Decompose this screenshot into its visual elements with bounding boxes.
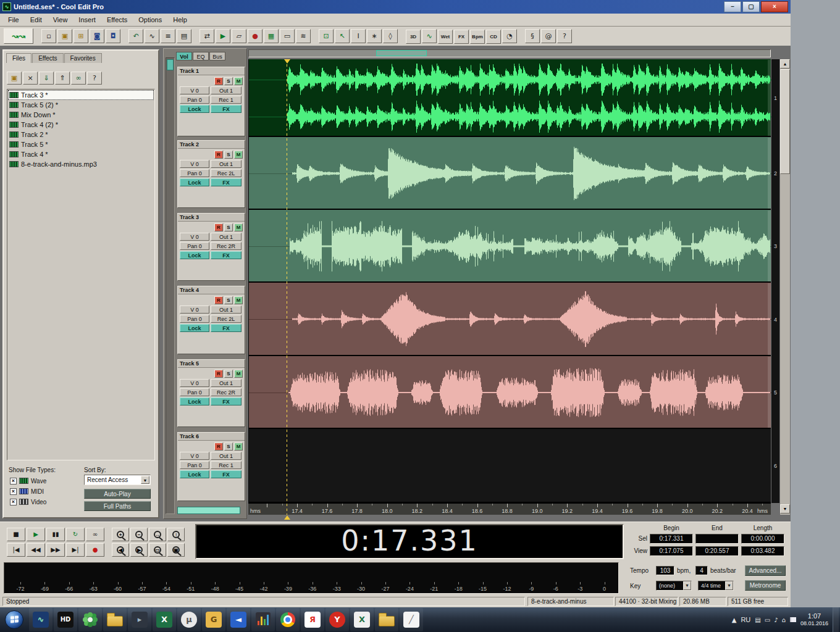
zoom-out-button[interactable]: − xyxy=(130,528,148,541)
lock-button[interactable]: Lock xyxy=(180,470,209,478)
output-button[interactable]: Out 1 xyxy=(211,160,242,168)
sort-select[interactable]: Recent Access▼ xyxy=(84,475,151,485)
start-button[interactable] xyxy=(5,610,23,629)
icq-icon[interactable] xyxy=(78,608,102,631)
track-panel-tab-bus[interactable]: Bus xyxy=(209,52,225,60)
loop-button[interactable]: ∞ xyxy=(86,528,104,541)
lock-button[interactable]: Lock xyxy=(180,178,209,186)
dropdown-arrow-icon[interactable]: ▼ xyxy=(725,581,733,590)
scroll-thumb[interactable] xyxy=(780,69,790,174)
horizontal-zoom-bar[interactable] xyxy=(177,507,240,514)
hybrid-tool-icon[interactable]: ↖ xyxy=(335,29,350,43)
playhead-marker-bottom[interactable] xyxy=(284,515,290,520)
chrome-icon[interactable] xyxy=(276,608,300,631)
yandex-icon[interactable]: Я xyxy=(301,608,324,631)
fx-button[interactable]: FX xyxy=(211,178,242,186)
close-file-icon[interactable]: × xyxy=(23,72,38,85)
menu-file[interactable]: File xyxy=(2,14,25,25)
file-item[interactable]: Track 2 * xyxy=(8,130,154,139)
tray-display-icon[interactable]: ▭ xyxy=(765,617,770,623)
advanced-button[interactable]: Advanced... xyxy=(745,565,786,576)
solo-button[interactable]: S xyxy=(224,370,233,378)
zoom-out-full-button[interactable]: ▣ xyxy=(167,543,185,557)
wet-dry-icon[interactable]: Wet xyxy=(438,30,453,44)
cue-list-icon[interactable]: ▤ xyxy=(177,29,191,43)
track-panel-tab-eq[interactable]: EQ xyxy=(193,52,209,60)
lock-button[interactable]: Lock xyxy=(180,105,209,113)
volume-button[interactable]: V 0 xyxy=(180,452,209,460)
media-player-icon[interactable]: ▸ xyxy=(128,608,151,631)
vertical-scrollbar[interactable]: ▲▼ xyxy=(780,59,790,515)
file-item[interactable]: Track 5 (2) * xyxy=(8,100,154,110)
play-button[interactable]: ▶ xyxy=(27,528,45,541)
edit-waveform-icon[interactable]: ∿ xyxy=(422,29,437,43)
zoom-right-button[interactable]: ▶ xyxy=(130,543,148,557)
lock-button[interactable]: Lock xyxy=(180,251,209,259)
output-button[interactable]: Out 1 xyxy=(211,233,242,241)
lock-button[interactable]: Lock xyxy=(180,397,209,405)
group-clips-icon[interactable]: ⊡ xyxy=(319,29,334,43)
record-button[interactable]: ● xyxy=(86,543,104,557)
close-button[interactable]: × xyxy=(761,1,788,12)
level-meter[interactable]: -72-69-66-63-60-57-54-51-48-45-42-39-36-… xyxy=(4,562,619,594)
filetype-checkbox-video[interactable]: × xyxy=(10,499,17,505)
mixers-window-icon[interactable]: ≡ xyxy=(161,29,175,43)
mute-button[interactable]: M xyxy=(234,443,243,451)
timeline-ruler[interactable]: hmshms17.417.617.818.018.218.418.618.819… xyxy=(248,503,771,515)
hidden-icons-button[interactable]: ▲ xyxy=(732,617,737,623)
scroll-up-button[interactable]: ▲ xyxy=(780,59,790,69)
record-device-button[interactable]: Rec 2L xyxy=(211,169,242,177)
explorer-folder-icon[interactable] xyxy=(103,608,127,631)
help-icon[interactable]: ? xyxy=(87,72,102,85)
save-session-icon[interactable]: ◙ xyxy=(90,29,104,43)
zoom-vertical-button[interactable]: ↕ xyxy=(167,528,185,541)
pan-button[interactable]: Pan 0 xyxy=(180,96,209,104)
field-view-begin[interactable]: 0:17.075 xyxy=(650,546,693,556)
volume-button[interactable]: V 0 xyxy=(180,160,209,168)
menu-insert[interactable]: Insert xyxy=(73,14,101,25)
solo-button[interactable]: S xyxy=(224,296,233,304)
dropdown-arrow-icon[interactable]: ▼ xyxy=(141,476,149,484)
field-sel-length[interactable]: 0:00.000 xyxy=(741,534,784,544)
play-looped-button[interactable]: ↻ xyxy=(66,528,85,541)
view-range-box[interactable] xyxy=(376,50,427,56)
save-mixdown-icon[interactable]: ◘ xyxy=(106,29,120,43)
session-clock-icon[interactable]: ◔ xyxy=(502,29,517,43)
multitrack-view-toggle-button[interactable]: ↝↝ xyxy=(4,28,33,44)
track-panel-tab-vol[interactable]: Vol xyxy=(176,52,192,60)
mute-button[interactable]: M xyxy=(234,223,243,231)
file-item[interactable]: Track 3 * xyxy=(8,90,154,100)
output-button[interactable]: Out 1 xyxy=(211,306,242,314)
rewind-button[interactable]: ◀◀ xyxy=(27,543,45,557)
language-indicator[interactable]: RU xyxy=(741,616,750,623)
record-device-button[interactable]: Rec 1 xyxy=(211,461,242,469)
record-arm-button[interactable]: R xyxy=(214,296,223,304)
lock-button[interactable]: Lock xyxy=(180,324,209,332)
zoom-left-button[interactable]: ◀ xyxy=(112,543,129,557)
tray-volume-icon[interactable]: ♪ xyxy=(774,617,778,623)
fx-button[interactable]: FX xyxy=(211,105,242,113)
zoom-selection-button[interactable]: ▭ xyxy=(149,543,166,557)
bpm-match-icon[interactable]: Bpm xyxy=(470,30,485,44)
beats-value-field[interactable]: 4 xyxy=(695,566,708,575)
mute-button[interactable]: M xyxy=(234,77,243,85)
excel-icon[interactable]: X xyxy=(153,608,176,631)
meters-icon[interactable]: ≋ xyxy=(296,29,311,43)
file-list[interactable]: Track 3 *Track 5 (2) *Mix Down *Track 4 … xyxy=(7,89,155,460)
output-button[interactable]: Out 1 xyxy=(211,452,242,460)
field-sel-begin[interactable]: 0:17.331 xyxy=(650,534,693,544)
tab-effects[interactable]: Effects xyxy=(32,53,63,63)
web-help-icon[interactable]: @ xyxy=(541,29,556,43)
key-select[interactable]: (none)▼ xyxy=(656,581,692,591)
field-sel-end[interactable] xyxy=(695,534,739,544)
file-item[interactable]: Track 5 * xyxy=(8,139,154,149)
solo-button[interactable]: S xyxy=(224,223,233,231)
full-paths-button[interactable]: Full Paths xyxy=(84,501,151,511)
pan-button[interactable]: Pan 0 xyxy=(180,242,209,250)
tab-files[interactable]: Files xyxy=(6,53,32,63)
tray-keyboard-icon[interactable]: ▤ xyxy=(755,617,760,623)
tempo-value-field[interactable]: 103 xyxy=(656,566,674,575)
frequency-analysis-icon[interactable]: ∿ xyxy=(145,29,159,43)
record-arm-button[interactable]: R xyxy=(214,223,223,231)
record-arm-button[interactable]: R xyxy=(214,443,223,451)
